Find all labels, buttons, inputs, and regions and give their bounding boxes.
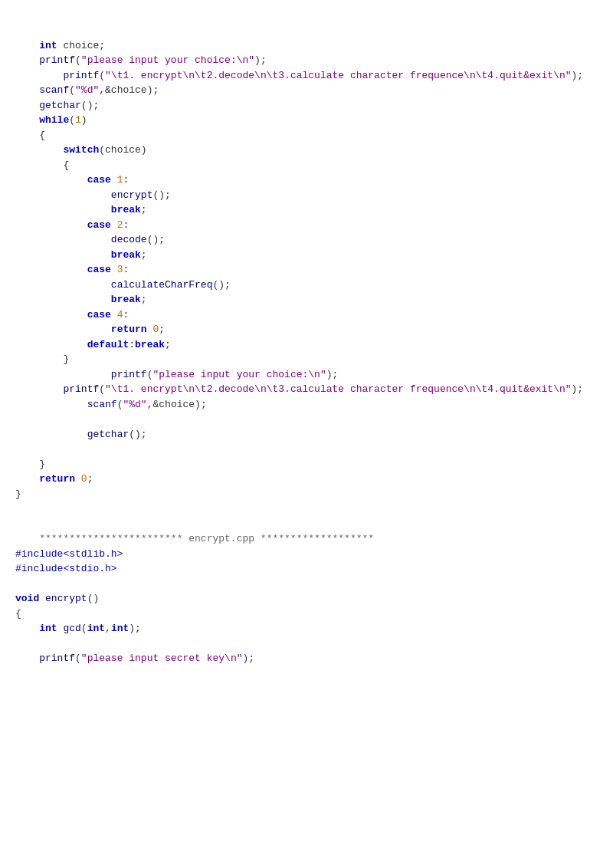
code-viewer: int choice; printf("please input your ch… <box>0 15 613 674</box>
